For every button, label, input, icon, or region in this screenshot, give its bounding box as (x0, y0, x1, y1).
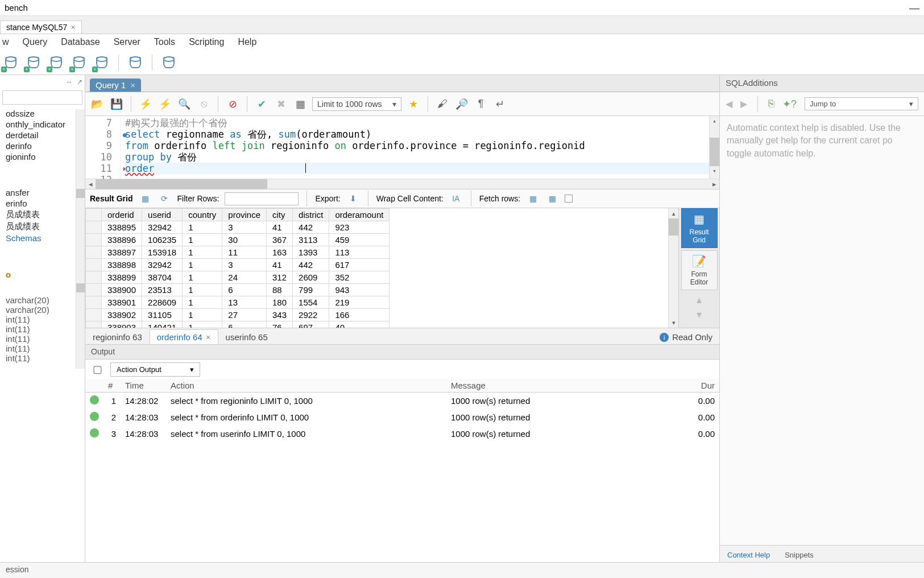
back-icon[interactable]: ◀ (726, 98, 732, 109)
schema-tree[interactable]: odssize onthly_indicator derdetail derin… (0, 107, 85, 163)
separator (152, 55, 152, 71)
execute-current-icon[interactable] (158, 97, 172, 112)
query-tab[interactable]: Query 1 × (90, 79, 141, 92)
result-grid[interactable]: orderiduseridcountryprovincecitydistrict… (85, 208, 668, 328)
form-editor-card[interactable]: 📝Form Editor (681, 250, 718, 290)
expand-icon[interactable]: ↗ (74, 78, 82, 86)
new-schema-icon[interactable]: + (25, 54, 42, 71)
output-grid[interactable]: #TimeActionMessageDur114:28:02select * f… (85, 379, 719, 442)
schema-filter-input[interactable] (2, 90, 82, 105)
window-title: bench (5, 3, 28, 13)
stop-on-error-icon[interactable]: ⊘ (225, 97, 240, 112)
filter-rows-input[interactable] (225, 192, 299, 205)
jump-to-select[interactable]: Jump to▾ (805, 97, 918, 110)
open-file-icon[interactable]: 📂 (90, 97, 105, 112)
tab-context-help[interactable]: Context Help (720, 548, 777, 562)
tree-item[interactable]: onthly_indicator (0, 119, 85, 130)
sql-additions-panel: SQLAdditions ◀ ▶ ⎘ ✦? Jump to▾ Automatic… (719, 75, 924, 562)
panel-up-icon[interactable]: ▴ (697, 294, 702, 306)
new-sql-tab-icon[interactable]: + (2, 54, 19, 71)
connection-tab[interactable]: stance MySQL57 × (0, 20, 82, 34)
close-icon[interactable]: × (130, 80, 135, 90)
fetch-rows-label: Fetch rows: (479, 194, 520, 203)
menu-view[interactable]: w (2, 37, 9, 47)
menu-tools[interactable]: Tools (154, 37, 175, 47)
new-view-icon[interactable]: + (71, 54, 88, 71)
tree-item[interactable]: 员成绩表 (0, 209, 85, 221)
editor-code[interactable]: #购买力最强的十个省份select regionname as 省份, sum(… (121, 116, 719, 179)
grid-view-icon[interactable]: ▦ (138, 192, 152, 205)
main-toolbar: + + + + + (0, 50, 924, 75)
favorite-icon[interactable] (406, 97, 421, 112)
result-tab-userinfo[interactable]: userinfo 65 (218, 329, 275, 344)
result-tab-orderinfo[interactable]: orderinfo 64× (150, 329, 218, 344)
rollback-icon[interactable]: ✖ (274, 97, 288, 112)
sql-editor[interactable]: 789101112 #购买力最强的十个省份select regionname a… (85, 116, 719, 179)
stop-icon[interactable]: ⦸ (196, 97, 211, 112)
query-toolbar: 📂 💾 🔍 ⦸ ⊘ ✔ ✖ ▦ Limit to 1000 rows ▾ 🖌 🔎… (85, 92, 719, 116)
editor-gutter: 789101112 (85, 116, 121, 179)
result-grid-card[interactable]: ▦Result Grid (681, 208, 718, 248)
tree-item[interactable]: derdetail (0, 130, 85, 141)
schemas-tab[interactable]: Schemas (0, 233, 85, 243)
new-procedure-icon[interactable]: + (93, 54, 110, 71)
row-limit-select[interactable]: Limit to 1000 rows ▾ (312, 97, 401, 111)
menu-database[interactable]: Database (61, 37, 100, 47)
dropdown-icon: ▾ (190, 365, 194, 374)
auto-help-icon[interactable]: ✦? (782, 98, 797, 110)
fetch-all-icon[interactable]: ▦ (545, 192, 559, 205)
close-icon[interactable]: × (206, 332, 211, 342)
tab-snippets[interactable]: Snippets (777, 548, 821, 562)
query-tab-label: Query 1 (96, 80, 126, 90)
menu-help[interactable]: Help (238, 37, 256, 47)
export-icon[interactable]: ⬇ (346, 192, 360, 205)
panel-down-icon[interactable]: ▾ (697, 308, 702, 321)
new-table-icon[interactable]: + (48, 54, 65, 71)
tree-item[interactable]: erinfo (0, 198, 85, 209)
tree-item-selected[interactable]: derinfo (0, 141, 85, 151)
dropdown-icon: ▾ (392, 100, 396, 109)
beautify-icon[interactable]: 🖌 (435, 97, 450, 112)
close-icon[interactable]: × (71, 23, 75, 32)
refresh-icon[interactable]: ⟳ (158, 192, 171, 205)
wrap-content-icon[interactable]: IA (449, 192, 463, 205)
side-tabs: Context Help Snippets (720, 545, 924, 562)
grid-vscrollbar[interactable]: ▴▾ (668, 208, 678, 328)
manual-help-icon[interactable]: ⎘ (768, 98, 774, 110)
execute-icon[interactable] (138, 97, 153, 112)
tree-item[interactable]: 员成绩表 (0, 221, 85, 233)
explain-icon[interactable]: 🔍 (177, 97, 192, 112)
connection-tab-strip: stance MySQL57 × (0, 16, 924, 34)
word-wrap-icon[interactable]: ↵ (493, 97, 508, 112)
window-minimize-icon[interactable]: — (909, 2, 919, 14)
result-tab-regioninfo[interactable]: regioninfo 63 (85, 329, 150, 344)
forward-icon[interactable]: ▶ (740, 98, 747, 109)
menu-query[interactable]: Query (23, 37, 48, 47)
commit-icon[interactable]: ✔ (254, 97, 269, 112)
menu-scripting[interactable]: Scripting (189, 37, 224, 47)
editor-hscrollbar[interactable]: ◂▸ (85, 179, 719, 189)
pin-icon[interactable] (565, 195, 573, 203)
autocommit-icon[interactable]: ▦ (293, 97, 308, 112)
tree-item[interactable]: ansfer (0, 187, 85, 198)
context-help-text: Automatic context help is disabled. Use … (720, 116, 924, 166)
inspector-icon[interactable] (127, 54, 144, 71)
tree-item[interactable]: gioninfo (0, 151, 85, 162)
collapse-icon[interactable]: ↔ (64, 78, 72, 86)
wrap-content-label: Wrap Cell Content: (376, 194, 444, 203)
output-header: Output (85, 345, 719, 360)
menu-server[interactable]: Server (114, 37, 140, 47)
output-view-icon[interactable]: ▢ (90, 362, 105, 377)
editor-vscrollbar[interactable]: ▴▾ (709, 116, 719, 179)
tree-item[interactable]: odssize (0, 108, 85, 119)
reconnect-icon[interactable] (160, 54, 177, 71)
nav-scrollbar[interactable] (76, 109, 85, 369)
dropdown-icon: ▾ (909, 100, 913, 108)
fetch-next-icon[interactable]: ▦ (526, 192, 540, 205)
output-type-select[interactable]: Action Output▾ (110, 362, 200, 377)
menu-bar: w Query Database Server Tools Scripting … (0, 34, 924, 50)
find-icon[interactable]: 🔎 (454, 97, 469, 112)
save-file-icon[interactable]: 💾 (109, 97, 124, 112)
read-only-indicator: iRead Only (653, 330, 719, 344)
invisible-chars-icon[interactable]: ¶ (474, 97, 488, 112)
